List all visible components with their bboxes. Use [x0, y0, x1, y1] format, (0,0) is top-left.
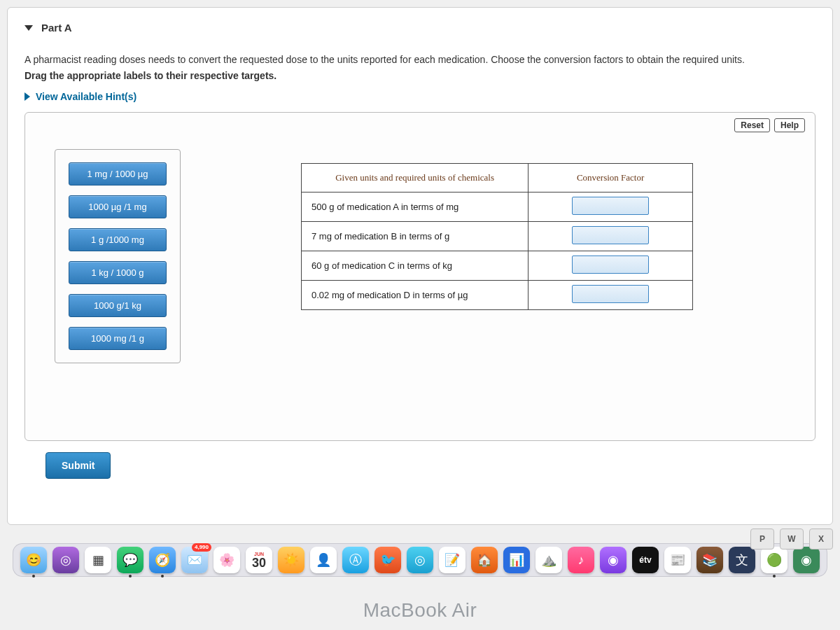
- swift-icon[interactable]: 🐦: [374, 547, 401, 573]
- podcasts-icon[interactable]: ◉: [600, 547, 626, 573]
- part-label: Part A: [41, 22, 72, 34]
- launchpad-icon[interactable]: ◎: [52, 547, 79, 573]
- generic-app-icon[interactable]: ◎: [407, 547, 433, 573]
- hints-label: View Available Hint(s): [36, 91, 136, 102]
- mail-badge: 4,990: [192, 543, 211, 552]
- table-header-right: Conversion Factor: [528, 164, 693, 192]
- drag-label[interactable]: 1000 µg /1 mg: [69, 195, 167, 218]
- work-area: Reset Help 1 mg / 1000 µg 1000 µg /1 mg …: [24, 112, 816, 441]
- question-panel: Part A A pharmacist reading doses needs …: [7, 7, 833, 525]
- chrome-icon[interactable]: 🟢: [761, 547, 788, 573]
- drop-target[interactable]: [572, 255, 649, 274]
- part-header[interactable]: Part A: [24, 22, 816, 34]
- home-icon[interactable]: 🏠: [471, 547, 498, 573]
- help-button[interactable]: Help: [774, 118, 805, 132]
- contacts-icon[interactable]: 👤: [310, 547, 337, 573]
- drag-label[interactable]: 1 kg / 1000 g: [69, 261, 167, 284]
- drag-label[interactable]: 1 g /1000 mg: [69, 228, 167, 251]
- apps-grid-icon[interactable]: ▦: [85, 547, 111, 573]
- key: W: [780, 528, 804, 550]
- numbers-icon[interactable]: 📊: [503, 547, 530, 573]
- app-store-icon[interactable]: Ⓐ: [342, 547, 369, 573]
- news-icon[interactable]: 📰: [664, 547, 691, 573]
- mail-icon[interactable]: ✉️ 4,990: [181, 547, 208, 573]
- labels-panel: 1 mg / 1000 µg 1000 µg /1 mg 1 g /1000 m…: [55, 149, 181, 363]
- generic-app-icon[interactable]: ⛰️: [536, 547, 562, 573]
- tv-icon[interactable]: étv: [632, 547, 659, 573]
- keyboard-keys-row: P W X: [750, 528, 833, 550]
- row-desc: 500 g of medication A in terms of mg: [302, 192, 528, 222]
- notes-icon[interactable]: 📝: [439, 547, 465, 573]
- books-icon[interactable]: 📚: [696, 547, 723, 573]
- instruction-bold: Drag the appropriate labels to their res…: [24, 70, 816, 81]
- drop-target[interactable]: [572, 226, 649, 244]
- finder-icon[interactable]: 😊: [20, 547, 47, 573]
- table-row: 7 mg of medication B in terms of g: [302, 222, 693, 251]
- music-icon[interactable]: ♪: [568, 547, 594, 573]
- reset-button[interactable]: Reset: [734, 118, 770, 132]
- chevron-right-icon: [24, 92, 30, 101]
- key: X: [809, 528, 833, 550]
- instruction-text: A pharmacist reading doses needs to conv…: [24, 52, 816, 67]
- row-desc: 60 g of medication C in terms of kg: [302, 251, 528, 281]
- view-hints-toggle[interactable]: View Available Hint(s): [24, 91, 816, 102]
- submit-button[interactable]: Submit: [46, 452, 111, 479]
- table-row: 0.02 mg of medication D in terms of µg: [302, 281, 693, 310]
- translate-icon[interactable]: 文: [729, 547, 755, 573]
- calendar-icon[interactable]: JUN 30: [246, 547, 272, 573]
- photos-icon[interactable]: 🌸: [214, 547, 240, 573]
- table-row: 60 g of medication C in terms of kg: [302, 251, 693, 281]
- drag-label[interactable]: 1000 mg /1 g: [69, 327, 167, 350]
- calendar-day: 30: [252, 556, 266, 569]
- table-row: 500 g of medication A in terms of mg: [302, 192, 693, 222]
- conversion-table: Given units and required units of chemic…: [301, 163, 693, 310]
- dock: 😊 ◎ ▦ 💬 🧭 ✉️ 4,990 🌸 JUN 30 ☀️ 👤 Ⓐ 🐦 ◎ 📝…: [13, 543, 827, 577]
- dock-strip: 😊 ◎ ▦ 💬 🧭 ✉️ 4,990 🌸 JUN 30 ☀️ 👤 Ⓐ 🐦 ◎ 📝…: [0, 539, 840, 581]
- drop-target[interactable]: [572, 197, 649, 215]
- safari-icon[interactable]: 🧭: [149, 547, 176, 573]
- messages-icon[interactable]: 💬: [117, 547, 144, 573]
- generic-app-icon[interactable]: ◉: [793, 547, 820, 573]
- drag-label[interactable]: 1 mg / 1000 µg: [69, 162, 167, 186]
- weather-icon[interactable]: ☀️: [278, 547, 304, 573]
- row-desc: 7 mg of medication B in terms of g: [302, 222, 528, 251]
- drop-target[interactable]: [572, 285, 649, 303]
- device-brand: MacBook Air: [0, 599, 840, 622]
- key: P: [750, 528, 774, 550]
- row-desc: 0.02 mg of medication D in terms of µg: [302, 281, 528, 310]
- drag-label[interactable]: 1000 g/1 kg: [69, 294, 167, 317]
- table-header-left: Given units and required units of chemic…: [302, 164, 528, 192]
- chevron-down-icon: [24, 25, 33, 31]
